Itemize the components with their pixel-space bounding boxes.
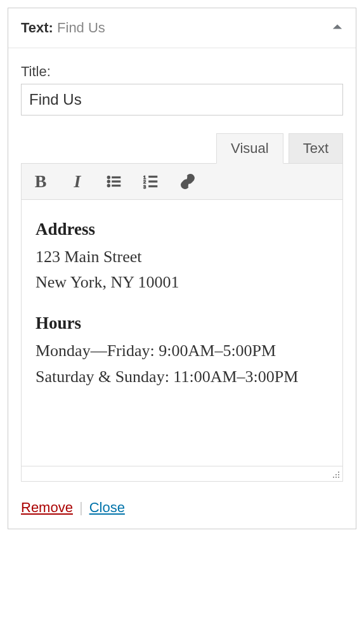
editor-resize-handle[interactable] bbox=[21, 466, 343, 482]
address-heading: Address bbox=[36, 216, 328, 243]
title-label: Title: bbox=[21, 63, 343, 80]
title-input[interactable] bbox=[21, 84, 343, 116]
editor-toolbar: B I 123 bbox=[21, 163, 343, 200]
tab-text[interactable]: Text bbox=[289, 133, 343, 163]
svg-rect-17 bbox=[338, 477, 339, 478]
svg-rect-14 bbox=[338, 474, 339, 475]
footer-separator: | bbox=[79, 499, 83, 516]
numbered-list-button[interactable]: 123 bbox=[141, 171, 161, 192]
svg-rect-5 bbox=[112, 185, 120, 186]
widget-body: Title: Visual Text B I 123 bbox=[8, 48, 356, 529]
svg-point-0 bbox=[107, 176, 110, 178]
svg-rect-16 bbox=[335, 477, 337, 478]
svg-point-4 bbox=[107, 184, 110, 187]
svg-rect-3 bbox=[112, 181, 120, 182]
editor-tabs: Visual Text bbox=[21, 133, 343, 163]
editor-wrapper: Visual Text B I 123 Address 123 M bbox=[21, 133, 343, 482]
svg-rect-11 bbox=[149, 186, 157, 187]
tab-visual[interactable]: Visual bbox=[216, 133, 283, 164]
widget-header[interactable]: Text: Find Us bbox=[8, 8, 356, 48]
svg-rect-1 bbox=[112, 176, 120, 178]
link-button[interactable] bbox=[178, 171, 198, 192]
hours-block: Hours Monday—Friday: 9:00AM–5:00PM Satur… bbox=[36, 310, 328, 389]
remove-link[interactable]: Remove bbox=[21, 499, 73, 516]
bullet-list-button[interactable] bbox=[104, 171, 124, 192]
svg-rect-15 bbox=[333, 477, 334, 478]
address-line: New York, NY 10001 bbox=[36, 270, 328, 295]
svg-rect-13 bbox=[335, 474, 337, 475]
widget-type-label: Text: bbox=[21, 20, 53, 36]
close-link[interactable]: Close bbox=[89, 499, 125, 516]
svg-point-2 bbox=[107, 180, 110, 183]
address-block: Address 123 Main Street New York, NY 100… bbox=[36, 216, 328, 295]
widget-footer: Remove | Close bbox=[21, 499, 343, 516]
svg-rect-7 bbox=[149, 176, 157, 177]
address-line: 123 Main Street bbox=[36, 244, 328, 270]
italic-button[interactable]: I bbox=[67, 171, 88, 192]
bold-button[interactable]: B bbox=[30, 171, 51, 192]
svg-text:3: 3 bbox=[143, 184, 146, 190]
svg-rect-9 bbox=[149, 181, 157, 182]
hours-heading: Hours bbox=[36, 310, 328, 337]
hours-line: Monday—Friday: 9:00AM–5:00PM bbox=[36, 338, 328, 364]
widget-title-wrapper: Text: Find Us bbox=[21, 20, 105, 36]
widget-name: Find Us bbox=[57, 20, 105, 36]
svg-rect-12 bbox=[338, 472, 339, 473]
collapse-toggle-icon[interactable] bbox=[332, 21, 343, 35]
hours-line: Saturday & Sunday: 11:00AM–3:00PM bbox=[36, 364, 328, 390]
text-widget: Text: Find Us Title: Visual Text B I 123 bbox=[8, 8, 356, 529]
editor-content[interactable]: Address 123 Main Street New York, NY 100… bbox=[21, 200, 343, 466]
